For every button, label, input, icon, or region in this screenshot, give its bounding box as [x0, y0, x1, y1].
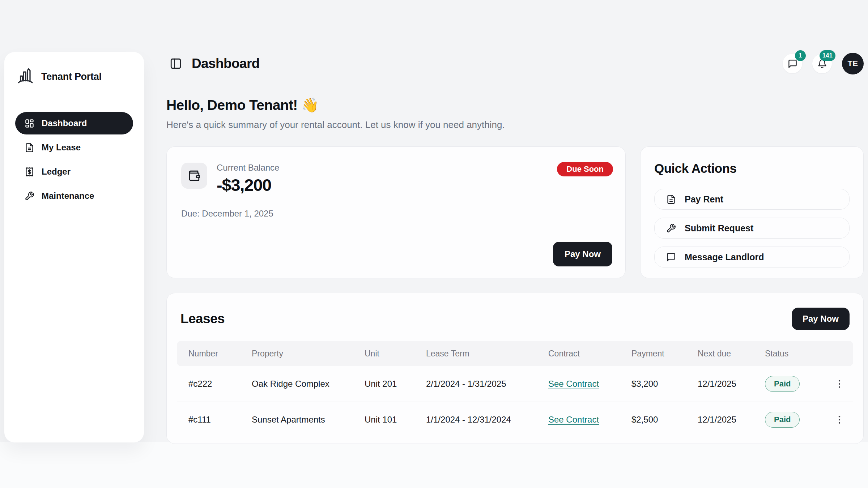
row-menu-button[interactable] — [831, 376, 847, 392]
message-landlord-button[interactable]: Message Landlord — [654, 247, 850, 267]
kebab-icon — [834, 414, 845, 425]
notifications-button[interactable]: 141 — [812, 54, 832, 73]
wrench-icon — [25, 191, 34, 201]
receipt-icon — [25, 167, 34, 177]
main-content: Dashboard 1 141 — [166, 52, 864, 444]
column-header-lease-term: Lease Term — [414, 349, 537, 359]
column-header-next-due: Next due — [686, 349, 753, 359]
summary-row: Current Balance -$3,200 Due Soon Due: De… — [166, 146, 864, 278]
sidebar-item-label: My Lease — [42, 142, 81, 153]
table-row: #c111 Sunset Apartments Unit 101 1/1/202… — [177, 402, 853, 437]
pay-rent-button[interactable]: Pay Rent — [654, 189, 850, 210]
leases-card: Leases Pay Now Number Property Unit Leas… — [166, 293, 864, 444]
messages-button[interactable]: 1 — [783, 54, 802, 73]
leases-table: Number Property Unit Lease Term Contract… — [177, 341, 853, 437]
row-menu-button[interactable] — [831, 412, 847, 428]
lease-next-due: 12/1/2025 — [686, 415, 753, 425]
greeting: Hello, Demo Tenant! 👋 Here's a quick sum… — [166, 97, 864, 130]
sidebar-item-label: Dashboard — [42, 118, 87, 128]
lease-payment: $3,200 — [620, 379, 686, 389]
column-header-payment: Payment — [620, 349, 686, 359]
wave-emoji: 👋 — [301, 97, 319, 113]
lease-unit: Unit 201 — [353, 379, 414, 389]
table-header-row: Number Property Unit Lease Term Contract… — [177, 341, 853, 366]
greeting-title: Hello, Demo Tenant! 👋 — [166, 97, 864, 114]
quick-actions-title: Quick Actions — [654, 161, 850, 176]
action-label: Submit Request — [685, 223, 753, 234]
topbar-actions: 1 141 TE — [783, 53, 864, 74]
greeting-subtitle: Here's a quick summary of your rental ac… — [166, 119, 864, 130]
column-header-property: Property — [240, 349, 353, 359]
message-square-icon — [666, 252, 676, 262]
lease-document-icon — [25, 143, 34, 153]
panel-left-icon[interactable] — [169, 56, 183, 71]
column-header-number: Number — [177, 349, 240, 359]
messages-count-badge: 1 — [795, 50, 806, 61]
buildings-icon — [16, 67, 35, 87]
column-header-unit: Unit — [353, 349, 414, 359]
wallet-icon — [181, 163, 207, 189]
column-header-status: Status — [753, 349, 817, 359]
sidebar: Tenant Portal Dashboard — [4, 52, 144, 442]
leases-header: Leases Pay Now — [177, 303, 853, 330]
pay-now-button[interactable]: Pay Now — [553, 242, 612, 266]
sidebar-item-dashboard[interactable]: Dashboard — [15, 112, 133, 134]
lease-next-due: 12/1/2025 — [686, 379, 753, 389]
avatar[interactable]: TE — [842, 53, 864, 74]
brand-name: Tenant Portal — [41, 71, 102, 82]
wrench-icon — [666, 223, 676, 233]
dashboard-grid-icon — [25, 119, 34, 128]
app-viewport: Tenant Portal Dashboard — [0, 0, 868, 488]
quick-actions-list: Pay Rent Submit Request — [654, 189, 850, 267]
sidebar-item-label: Ledger — [42, 167, 71, 177]
balance-card: Current Balance -$3,200 Due Soon Due: De… — [166, 146, 626, 278]
balance-header: Current Balance -$3,200 — [181, 163, 611, 195]
submit-request-button[interactable]: Submit Request — [654, 218, 850, 239]
lease-property: Sunset Apartments — [240, 415, 353, 425]
chat-bubble-icon — [788, 59, 797, 69]
due-soon-badge: Due Soon — [557, 162, 613, 176]
greeting-text: Hello, Demo Tenant! — [166, 97, 298, 113]
due-date-text: Due: December 1, 2025 — [181, 209, 611, 219]
file-text-icon — [666, 194, 676, 204]
balance-label: Current Balance — [217, 163, 279, 173]
leases-title: Leases — [180, 311, 225, 326]
lease-payment: $2,500 — [620, 415, 686, 425]
balance-texts: Current Balance -$3,200 — [217, 163, 279, 195]
pay-now-button[interactable]: Pay Now — [792, 308, 850, 330]
action-label: Pay Rent — [685, 194, 723, 205]
sidebar-nav: Dashboard My Lease — [15, 112, 133, 207]
table-row: #c222 Oak Ridge Complex Unit 201 2/1/202… — [177, 366, 853, 402]
brand: Tenant Portal — [15, 63, 133, 90]
topbar: Dashboard 1 141 — [166, 52, 864, 75]
lease-number: #c111 — [177, 415, 240, 425]
quick-actions-card: Quick Actions Pay Rent — [640, 146, 864, 278]
see-contract-link[interactable]: See Contract — [548, 415, 599, 424]
kebab-icon — [834, 378, 845, 389]
balance-amount: -$3,200 — [217, 175, 279, 195]
column-header-contract: Contract — [537, 349, 620, 359]
sidebar-item-label: Maintenance — [42, 191, 94, 201]
action-label: Message Landlord — [685, 252, 764, 262]
lease-term: 1/1/2024 - 12/31/2024 — [414, 415, 537, 425]
notifications-count-badge: 141 — [820, 50, 835, 61]
lease-unit: Unit 101 — [353, 415, 414, 425]
status-badge: Paid — [765, 376, 800, 392]
lease-number: #c222 — [177, 379, 240, 389]
lease-term: 2/1/2024 - 1/31/2025 — [414, 379, 537, 389]
status-badge: Paid — [765, 412, 800, 428]
sidebar-item-maintenance[interactable]: Maintenance — [15, 185, 133, 207]
lease-property: Oak Ridge Complex — [240, 379, 353, 389]
sidebar-item-ledger[interactable]: Ledger — [15, 160, 133, 183]
sidebar-item-my-lease[interactable]: My Lease — [15, 136, 133, 159]
page-title: Dashboard — [192, 56, 260, 71]
see-contract-link[interactable]: See Contract — [548, 379, 599, 389]
